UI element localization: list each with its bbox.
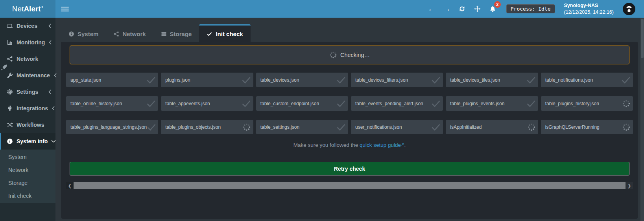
laptop-icon xyxy=(6,23,13,29)
network-icon xyxy=(113,31,119,37)
init-check-panel: Checking… app_state.json plugins.json ta… xyxy=(61,42,638,219)
check-icon xyxy=(146,100,156,108)
sidebar-item-label: Settings xyxy=(17,89,44,95)
tab-network[interactable]: Network xyxy=(106,24,153,42)
retry-check-button[interactable]: Retry check xyxy=(70,162,629,175)
notification-count-badge: 2 xyxy=(494,1,501,8)
sidebar-item-label: Network xyxy=(17,56,52,62)
tile-label: table_devices_tiles.json xyxy=(450,77,500,83)
submenu-item-system[interactable]: System xyxy=(0,150,55,163)
chevron-left-icon xyxy=(48,89,52,94)
tile-label: table_plugins_objects.json xyxy=(165,124,221,130)
tile-label: table_events_pending_alert.json xyxy=(355,101,423,106)
check-icon xyxy=(431,76,441,84)
setup-hint: Make sure you followed the quick setup g… xyxy=(66,142,633,149)
submenu-item-storage[interactable]: Storage xyxy=(0,176,55,189)
spinner-icon xyxy=(527,123,536,132)
sidebar-item-settings[interactable]: Settings xyxy=(0,84,55,100)
sidebar-item-workflows[interactable]: Workflows xyxy=(0,117,55,133)
tile-label: table_appevents.json xyxy=(165,101,210,106)
chevron-left-icon xyxy=(48,40,52,45)
vertical-scrollbar xyxy=(640,18,644,221)
check-icon xyxy=(147,123,156,131)
top-navbar: NetAlertx ← → 2 Process: Idle Synolo xyxy=(0,0,644,18)
logo-text-alert: Alert xyxy=(24,5,41,13)
move-icon[interactable] xyxy=(473,5,482,13)
tab-bar: System Network Storage Init check xyxy=(61,24,251,42)
tab-storage[interactable]: Storage xyxy=(153,24,199,42)
navbar-content: ← → 2 Process: Idle Synology-NAS (12/12/… xyxy=(55,0,644,18)
network-icon xyxy=(6,56,13,62)
tab-label: Init check xyxy=(216,31,243,37)
shuffle-icon xyxy=(6,122,13,128)
tile-label: table_settings.json xyxy=(260,124,299,130)
hint-suffix: . xyxy=(404,142,406,148)
tab-label: Storage xyxy=(170,31,192,37)
arrow-right-icon[interactable]: → xyxy=(443,5,451,13)
logo-text-net: Net xyxy=(12,5,24,13)
sidebar-item-system-info[interactable]: System info xyxy=(0,133,55,150)
arrow-left-icon[interactable]: ← xyxy=(427,5,436,13)
init-check-tile: table_notifications.json xyxy=(541,73,633,87)
tile-label: isGraphQLServerRunning xyxy=(545,124,600,130)
logo-sup-x: x xyxy=(41,4,44,9)
sidebar-item-label: Devices xyxy=(17,23,44,29)
spinner-icon xyxy=(242,123,251,132)
check-icon xyxy=(146,76,156,84)
vertical-scrollbar-thumb[interactable] xyxy=(641,19,644,58)
init-check-tile: table_plugins_history.json xyxy=(541,96,633,111)
sidebar-item-label: Workflows xyxy=(17,122,52,128)
checking-status-text: Checking… xyxy=(340,52,370,58)
plug-icon xyxy=(6,105,13,111)
sidebar-item-network[interactable]: Network xyxy=(0,51,55,67)
user-avatar[interactable] xyxy=(623,3,635,15)
app-logo[interactable]: NetAlertx xyxy=(0,0,55,18)
init-check-tile: isGraphQLServerRunning xyxy=(541,120,633,134)
check-icon xyxy=(242,76,251,84)
tab-system[interactable]: System xyxy=(61,24,106,42)
tile-label: table_plugins_history.json xyxy=(545,101,599,106)
init-check-tile: table_online_history.json xyxy=(66,96,158,111)
tile-label: app_state.json xyxy=(70,77,101,83)
check-icon xyxy=(336,100,346,108)
app-window: NetAlertx ← → 2 Process: Idle Synolo xyxy=(0,0,644,221)
info-icon xyxy=(6,138,13,144)
init-check-tile: user_notifications.json xyxy=(351,120,443,134)
quick-setup-guide-link[interactable]: quick setup guide xyxy=(360,142,401,148)
sidebar-item-label: Monitoring xyxy=(17,39,45,46)
chart-icon xyxy=(6,39,13,46)
sidebar-item-label: Maintenance xyxy=(17,72,50,79)
wrench-icon xyxy=(6,72,13,79)
tile-label: table_devices_filters.json xyxy=(355,77,408,83)
chevron-left-icon xyxy=(52,106,55,111)
info-icon xyxy=(68,31,74,37)
check-icon xyxy=(526,76,536,84)
scroll-right-arrow[interactable]: ❯ xyxy=(626,182,633,189)
sidebar-item-monitoring[interactable]: Monitoring xyxy=(0,34,55,51)
scrollbar-thumb[interactable] xyxy=(74,182,626,189)
gear-icon xyxy=(6,89,13,95)
tile-label: table_devices.json xyxy=(260,77,299,83)
checking-status-box: Checking… xyxy=(70,46,629,64)
submenu-item-init-check[interactable]: Init check xyxy=(0,189,55,202)
sidebar-item-integrations[interactable]: Integrations xyxy=(0,100,55,117)
menu-icon[interactable] xyxy=(61,0,69,18)
submenu-item-network[interactable]: Network xyxy=(0,163,55,176)
sidebar-item-devices[interactable]: Devices xyxy=(0,18,55,34)
refresh-icon[interactable] xyxy=(458,5,467,13)
sidebar-item-maintenance[interactable]: Maintenance xyxy=(0,67,55,84)
content-area: System Network Storage Init check Checki… xyxy=(55,18,644,221)
init-check-tile: table_plugins_language_strings.json xyxy=(66,120,158,134)
init-check-tile: table_devices_tiles.json xyxy=(446,73,538,87)
tab-label: Network xyxy=(122,31,146,37)
tile-label: table_custom_endpoint.json xyxy=(260,101,319,106)
bell-icon[interactable]: 2 xyxy=(489,5,497,13)
server-icon xyxy=(161,31,167,37)
init-check-tile: table_plugins_events.json xyxy=(446,96,538,111)
navbar-right-group: ← → 2 Process: Idle Synology-NAS (12/12/… xyxy=(427,2,635,15)
check-icon xyxy=(431,123,441,131)
spinner-icon xyxy=(622,123,631,132)
scroll-left-arrow[interactable]: ❮ xyxy=(66,182,74,189)
tab-init-check[interactable]: Init check xyxy=(199,24,250,42)
check-icon xyxy=(621,76,631,84)
